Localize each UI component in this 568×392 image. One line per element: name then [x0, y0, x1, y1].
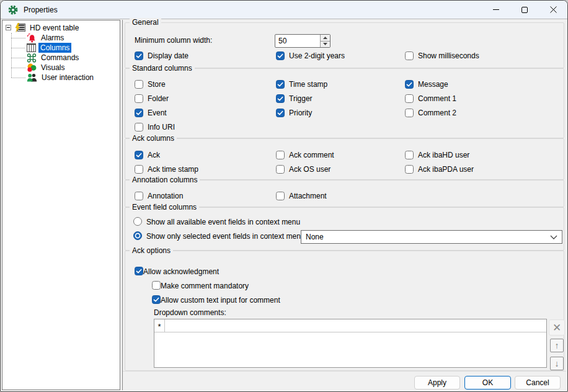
checkbox-label: Allow custom text input for comment [161, 295, 280, 305]
tree-item-columns[interactable]: Columns [2, 43, 120, 53]
user-interaction-icon [27, 73, 37, 82]
checkbox-comment-2[interactable]: Comment 2 [405, 105, 456, 120]
close-button[interactable] [539, 1, 567, 19]
checkbox-unchecked-icon [135, 80, 143, 89]
checkbox-ack-time-stamp[interactable]: Ack time stamp [135, 162, 198, 176]
event-fields-dropdown[interactable]: None [301, 230, 562, 244]
checkbox-unchecked-icon [405, 151, 414, 159]
delete-comment-button[interactable]: ✕ [549, 319, 565, 336]
checkbox-ack-os-user[interactable]: Ack OS user [276, 162, 334, 176]
hd-event-table-icon [14, 23, 25, 32]
checkbox-use-2-digit-years[interactable]: Use 2-digit years [276, 48, 345, 63]
checkbox-ack[interactable]: Ack [135, 148, 198, 162]
checkbox-message[interactable]: Message [405, 77, 456, 91]
checkbox-make-comment-mandatory[interactable]: Make comment mandatory [152, 280, 249, 290]
checkbox-column: Display date [135, 48, 189, 63]
tree-item-alarms[interactable]: Alarms [2, 33, 120, 43]
properties-tree: HD event table Alarms [2, 20, 120, 390]
checkbox-time-stamp[interactable]: Time stamp [276, 77, 327, 91]
minimize-icon [493, 9, 499, 10]
checkbox-column: Show milliseconds [405, 48, 479, 63]
grid-new-row-marker: * [154, 319, 165, 332]
group-title: Ack columns [130, 134, 177, 143]
minimize-button[interactable] [482, 1, 510, 19]
spin-up-button[interactable] [321, 35, 330, 41]
checkbox-label: Show milliseconds [418, 51, 479, 60]
cancel-button[interactable]: Cancel [515, 376, 561, 390]
checkbox-checked-icon [135, 151, 143, 159]
arrow-up-icon [323, 37, 327, 39]
visuals-icon [27, 63, 37, 73]
checkbox-checked-icon [135, 109, 143, 117]
dialog-footer: Apply OK Cancel [123, 371, 566, 390]
radio-show-selected-event-fields[interactable]: Show only selected event fields in conte… [133, 231, 304, 241]
checkbox-display-date[interactable]: Display date [135, 48, 189, 63]
arrow-down-icon: ↓ [555, 359, 559, 368]
tree-item-hd-event-table[interactable]: HD event table [2, 22, 120, 33]
checkbox-folder[interactable]: Folder [135, 91, 175, 105]
grid-comment-cell[interactable] [165, 319, 546, 332]
checkbox-column: MessageComment 1Comment 2 [405, 77, 456, 120]
group-title: Ack options [130, 246, 173, 256]
tree-collapse-icon[interactable] [6, 25, 11, 30]
checkbox-checked-icon [405, 80, 414, 89]
alarms-icon [27, 33, 37, 43]
checkbox-label: Ack OS user [289, 164, 331, 174]
delete-icon: ✕ [552, 321, 561, 334]
minimum-column-width-label: Minimum column width: [135, 36, 212, 45]
checkbox-label: Ack comment [289, 150, 334, 159]
dropdown-comments-grid[interactable]: * [154, 319, 547, 368]
checkbox-label: Use 2-digit years [289, 51, 345, 60]
checkbox-attachment[interactable]: Attachment [276, 189, 327, 203]
spin-down-button[interactable] [321, 41, 330, 48]
checkbox-unchecked-icon [405, 165, 414, 174]
checkbox-label: Make comment mandatory [161, 281, 249, 290]
radio-label: Show all available event fields in conte… [146, 217, 300, 226]
tree-item-label: Columns [38, 43, 71, 53]
checkbox-info-uri[interactable]: Info URI [135, 120, 175, 134]
tree-item-visuals[interactable]: Visuals [2, 63, 120, 73]
checkbox-priority[interactable]: Priority [276, 105, 327, 120]
move-comment-down-button[interactable]: ↓ [550, 357, 564, 370]
checkbox-allow-custom-text-input[interactable]: Allow custom text input for comment [152, 295, 280, 305]
tree-item-user-interaction[interactable]: User interaction [2, 73, 120, 82]
checkbox-checked-icon [152, 295, 161, 304]
checkbox-comment-1[interactable]: Comment 1 [405, 91, 456, 105]
dropdown-comments-label: Dropdown comments: [154, 308, 226, 317]
checkbox-label: Trigger [289, 94, 313, 103]
chevron-down-icon [550, 235, 557, 239]
tree-item-commands[interactable]: Commands [2, 53, 120, 63]
checkbox-label: Display date [148, 51, 189, 60]
move-comment-up-button[interactable]: ↑ [550, 339, 564, 352]
checkbox-allow-acknowledgment[interactable]: Allow acknowledgment [135, 266, 219, 276]
window-title: Properties [24, 6, 58, 14]
checkbox-checked-icon [276, 51, 285, 60]
checkbox-trigger[interactable]: Trigger [276, 91, 327, 105]
checkbox-checked-icon [135, 51, 143, 60]
checkbox-show-milliseconds[interactable]: Show milliseconds [405, 48, 479, 63]
checkbox-label: Message [418, 79, 448, 89]
minimum-column-width-stepper[interactable]: 50 [275, 34, 331, 48]
checkbox-label: Store [148, 79, 166, 89]
checkbox-store[interactable]: Store [135, 77, 175, 91]
checkbox-ack-ibahd-user[interactable]: Ack ibaHD user [405, 148, 474, 162]
tree-item-label: User interaction [40, 73, 95, 82]
apply-button[interactable]: Apply [414, 376, 460, 390]
maximize-button[interactable] [510, 1, 539, 19]
checkbox-ack-comment[interactable]: Ack comment [276, 148, 334, 162]
radio-show-all-event-fields[interactable]: Show all available event fields in conte… [133, 216, 300, 226]
grid-new-row[interactable]: * [154, 319, 546, 332]
checkbox-label: Info URI [148, 122, 175, 131]
tree-item-label: Visuals [39, 63, 66, 73]
checkbox-ack-ibapda-user[interactable]: Ack ibaPDA user [405, 162, 474, 176]
checkbox-event[interactable]: Event [135, 105, 175, 120]
checkbox-label: Folder [148, 94, 169, 103]
tree-item-label: Commands [39, 53, 81, 63]
minimum-column-width-value[interactable]: 50 [275, 35, 320, 47]
checkbox-annotation[interactable]: Annotation [135, 189, 183, 203]
checkbox-column: AckAck time stamp [135, 148, 198, 176]
checkbox-label: Priority [289, 108, 312, 117]
ok-button[interactable]: OK [464, 376, 511, 390]
group-title: General [130, 18, 161, 27]
event-fields-dropdown-value: None [306, 233, 324, 241]
